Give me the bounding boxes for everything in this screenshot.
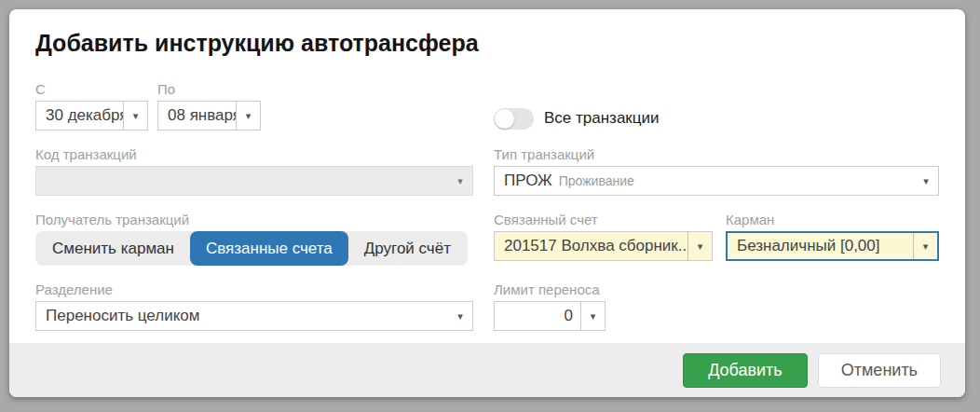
- transaction-type-group: Тип транзакций ПРОЖ Проживание ▾: [494, 146, 939, 196]
- date-from-select[interactable]: 30 декабря ▾: [35, 101, 148, 130]
- transfer-limit-group: Лимит переноса 0 ▾: [494, 282, 939, 331]
- transfer-limit-input[interactable]: 0 ▾: [494, 301, 606, 331]
- recipient-option-linked-accounts[interactable]: Связанные счета: [190, 231, 348, 266]
- dialog-body: Добавить инструкцию автотрансфера С 30 д…: [9, 9, 965, 343]
- transaction-code-select: ▾: [35, 166, 473, 196]
- chevron-down-icon: ▾: [687, 232, 712, 260]
- pocket-label: Карман: [726, 212, 939, 227]
- recipient-segmented-control: Сменить карман Связанные счета Другой сч…: [35, 231, 468, 266]
- add-button[interactable]: Добавить: [683, 353, 808, 388]
- form-grid: С 30 декабря ▾ По 08 января ▾: [35, 81, 939, 331]
- chevron-down-icon: ▾: [123, 102, 147, 130]
- linked-account-select[interactable]: 201517 Волхва сборник... ▾: [494, 231, 713, 261]
- all-transactions-group: Все транзакции: [494, 81, 939, 130]
- transaction-code-value: [36, 167, 448, 195]
- linked-account-label: Связанный счет: [494, 212, 713, 227]
- recipient-option-other-account[interactable]: Другой счёт: [348, 231, 467, 266]
- toggle-knob-icon: [495, 109, 514, 129]
- date-to-label: По: [157, 81, 261, 97]
- dialog-title: Добавить инструкцию автотрансфера: [35, 30, 939, 57]
- all-transactions-label: Все транзакции: [544, 109, 660, 128]
- add-autotransfer-dialog: Добавить инструкцию автотрансфера С 30 д…: [9, 9, 965, 397]
- date-from-value: 30 декабря: [36, 102, 123, 130]
- recipient-option-change-pocket[interactable]: Сменить карман: [36, 231, 190, 266]
- recipient-label: Получатель транзакций: [35, 212, 473, 227]
- transaction-type-select[interactable]: ПРОЖ Проживание ▾: [494, 166, 939, 196]
- chevron-down-icon: ▾: [236, 102, 260, 130]
- date-from-label: С: [35, 81, 148, 97]
- transaction-type-value: ПРОЖ Проживание: [495, 167, 914, 195]
- chevron-down-icon: ▾: [580, 302, 605, 330]
- division-select[interactable]: Переносить целиком ▾: [35, 301, 473, 331]
- dialog-footer: Добавить Отменить: [9, 343, 965, 397]
- transaction-type-code: ПРОЖ: [504, 172, 552, 190]
- cancel-button[interactable]: Отменить: [818, 353, 941, 388]
- division-group: Разделение Переносить целиком ▾: [35, 282, 473, 331]
- linked-account-pocket-group: Связанный счет 201517 Волхва сборник... …: [494, 212, 939, 266]
- transaction-code-group: Код транзакций ▾: [35, 146, 473, 196]
- transaction-code-label: Код транзакций: [35, 146, 473, 162]
- linked-account-value: 201517 Волхва сборник...: [495, 232, 687, 260]
- division-label: Разделение: [35, 282, 473, 297]
- date-to-value: 08 января: [158, 102, 236, 130]
- pocket-value: Безналичный [0,00]: [728, 233, 913, 259]
- transfer-limit-value: 0: [495, 302, 580, 330]
- chevron-down-icon: ▾: [448, 302, 472, 330]
- pocket-select[interactable]: Безналичный [0,00] ▾: [726, 231, 939, 261]
- all-transactions-toggle[interactable]: [494, 108, 534, 130]
- transfer-limit-label: Лимит переноса: [494, 282, 939, 297]
- recipient-group: Получатель транзакций Сменить карман Свя…: [35, 212, 473, 266]
- division-value: Переносить целиком: [36, 302, 448, 330]
- chevron-down-icon: ▾: [448, 167, 472, 195]
- chevron-down-icon: ▾: [913, 233, 937, 259]
- period-group: С 30 декабря ▾ По 08 января ▾: [35, 81, 473, 130]
- transaction-type-label: Тип транзакций: [494, 146, 939, 162]
- transaction-type-description: Проживание: [559, 173, 634, 188]
- date-to-select[interactable]: 08 января ▾: [157, 101, 261, 130]
- chevron-down-icon: ▾: [914, 167, 938, 195]
